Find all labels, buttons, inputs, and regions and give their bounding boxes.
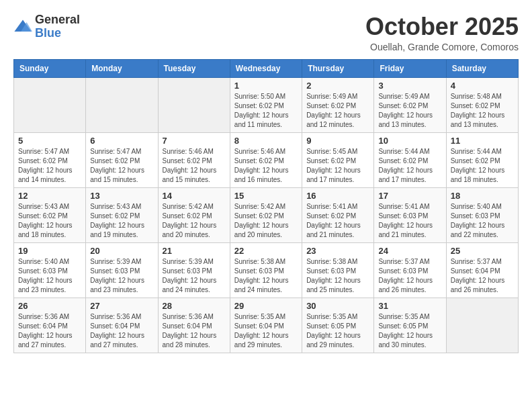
day-info: Sunrise: 5:35 AM Sunset: 6:04 PM Dayligh… [234,312,298,350]
day-number: 1 [234,81,298,91]
calendar-cell: 6Sunrise: 5:47 AM Sunset: 6:02 PM Daylig… [86,132,158,187]
day-number: 19 [18,246,81,256]
day-number: 24 [378,246,441,256]
day-number: 27 [90,301,153,311]
day-info: Sunrise: 5:44 AM Sunset: 6:02 PM Dayligh… [451,147,514,185]
day-number: 18 [451,191,514,201]
calendar-week-row: 5Sunrise: 5:47 AM Sunset: 6:02 PM Daylig… [14,132,519,187]
day-header-friday: Friday [374,59,446,77]
day-info: Sunrise: 5:38 AM Sunset: 6:03 PM Dayligh… [234,257,298,295]
day-info: Sunrise: 5:50 AM Sunset: 6:02 PM Dayligh… [234,92,298,130]
day-info: Sunrise: 5:36 AM Sunset: 6:04 PM Dayligh… [163,312,226,350]
calendar-cell: 31Sunrise: 5:35 AM Sunset: 6:05 PM Dayli… [374,298,446,353]
location: Ouellah, Grande Comore, Comoros [365,42,519,52]
calendar-cell: 13Sunrise: 5:43 AM Sunset: 6:02 PM Dayli… [86,187,158,242]
day-info: Sunrise: 5:43 AM Sunset: 6:02 PM Dayligh… [18,202,81,240]
title-area: October 2025 Ouellah, Grande Comore, Com… [365,13,519,52]
day-number: 31 [378,301,441,311]
calendar-cell: 9Sunrise: 5:45 AM Sunset: 6:02 PM Daylig… [302,132,374,187]
day-info: Sunrise: 5:42 AM Sunset: 6:02 PM Dayligh… [163,202,226,240]
calendar-cell: 18Sunrise: 5:40 AM Sunset: 6:03 PM Dayli… [446,187,518,242]
day-number: 11 [451,136,514,146]
day-info: Sunrise: 5:39 AM Sunset: 6:03 PM Dayligh… [90,257,153,295]
day-number: 26 [18,301,81,311]
calendar-cell: 2Sunrise: 5:49 AM Sunset: 6:02 PM Daylig… [302,77,374,132]
calendar-cell: 12Sunrise: 5:43 AM Sunset: 6:02 PM Dayli… [14,187,86,242]
day-info: Sunrise: 5:47 AM Sunset: 6:02 PM Dayligh… [90,147,153,185]
calendar-cell: 15Sunrise: 5:42 AM Sunset: 6:02 PM Dayli… [230,187,302,242]
logo-icon [13,17,32,36]
day-number: 22 [234,246,298,256]
day-info: Sunrise: 5:37 AM Sunset: 6:03 PM Dayligh… [378,257,441,295]
day-info: Sunrise: 5:42 AM Sunset: 6:02 PM Dayligh… [234,202,298,240]
page-header: General Blue October 2025 Ouellah, Grand… [13,13,519,52]
day-number: 2 [306,81,369,91]
day-number: 8 [234,136,298,146]
day-number: 9 [306,136,369,146]
day-info: Sunrise: 5:49 AM Sunset: 6:02 PM Dayligh… [378,92,441,130]
day-header-monday: Monday [86,59,158,77]
day-number: 29 [234,301,298,311]
calendar-cell: 22Sunrise: 5:38 AM Sunset: 6:03 PM Dayli… [230,242,302,298]
day-header-tuesday: Tuesday [158,59,230,77]
day-info: Sunrise: 5:37 AM Sunset: 6:04 PM Dayligh… [451,257,514,295]
day-info: Sunrise: 5:35 AM Sunset: 6:05 PM Dayligh… [306,312,369,350]
day-info: Sunrise: 5:38 AM Sunset: 6:03 PM Dayligh… [306,257,369,295]
day-number: 14 [163,191,226,201]
logo: General Blue [13,13,80,40]
day-number: 6 [90,136,153,146]
calendar-header-row: SundayMondayTuesdayWednesdayThursdayFrid… [14,59,519,77]
calendar-cell: 29Sunrise: 5:35 AM Sunset: 6:04 PM Dayli… [230,298,302,353]
calendar-cell: 5Sunrise: 5:47 AM Sunset: 6:02 PM Daylig… [14,132,86,187]
calendar-cell [158,77,230,132]
day-info: Sunrise: 5:40 AM Sunset: 6:03 PM Dayligh… [451,202,514,240]
day-number: 17 [378,191,441,201]
day-info: Sunrise: 5:41 AM Sunset: 6:03 PM Dayligh… [378,202,441,240]
calendar-cell [86,77,158,132]
day-info: Sunrise: 5:48 AM Sunset: 6:02 PM Dayligh… [451,92,514,130]
calendar-cell [446,298,518,353]
calendar-cell: 14Sunrise: 5:42 AM Sunset: 6:02 PM Dayli… [158,187,230,242]
day-info: Sunrise: 5:44 AM Sunset: 6:02 PM Dayligh… [378,147,441,185]
calendar-cell: 19Sunrise: 5:40 AM Sunset: 6:03 PM Dayli… [14,242,86,298]
calendar-cell: 11Sunrise: 5:44 AM Sunset: 6:02 PM Dayli… [446,132,518,187]
calendar-cell: 20Sunrise: 5:39 AM Sunset: 6:03 PM Dayli… [86,242,158,298]
day-number: 28 [163,301,226,311]
calendar-week-row: 1Sunrise: 5:50 AM Sunset: 6:02 PM Daylig… [14,77,519,132]
day-number: 30 [306,301,369,311]
day-info: Sunrise: 5:43 AM Sunset: 6:02 PM Dayligh… [90,202,153,240]
calendar-week-row: 19Sunrise: 5:40 AM Sunset: 6:03 PM Dayli… [14,242,519,298]
day-number: 20 [90,246,153,256]
calendar-cell: 25Sunrise: 5:37 AM Sunset: 6:04 PM Dayli… [446,242,518,298]
day-number: 16 [306,191,369,201]
calendar-cell: 28Sunrise: 5:36 AM Sunset: 6:04 PM Dayli… [158,298,230,353]
calendar-week-row: 12Sunrise: 5:43 AM Sunset: 6:02 PM Dayli… [14,187,519,242]
day-header-sunday: Sunday [14,59,86,77]
day-info: Sunrise: 5:36 AM Sunset: 6:04 PM Dayligh… [90,312,153,350]
day-info: Sunrise: 5:45 AM Sunset: 6:02 PM Dayligh… [306,147,369,185]
day-header-saturday: Saturday [446,59,518,77]
day-number: 5 [18,136,81,146]
logo-general: General [35,13,80,26]
calendar-table: SundayMondayTuesdayWednesdayThursdayFrid… [13,59,519,353]
calendar-cell: 16Sunrise: 5:41 AM Sunset: 6:02 PM Dayli… [302,187,374,242]
calendar-cell: 21Sunrise: 5:39 AM Sunset: 6:03 PM Dayli… [158,242,230,298]
calendar-cell: 1Sunrise: 5:50 AM Sunset: 6:02 PM Daylig… [230,77,302,132]
day-number: 25 [451,246,514,256]
day-number: 12 [18,191,81,201]
day-info: Sunrise: 5:47 AM Sunset: 6:02 PM Dayligh… [18,147,81,185]
day-number: 7 [163,136,226,146]
day-number: 15 [234,191,298,201]
day-number: 21 [163,246,226,256]
day-info: Sunrise: 5:41 AM Sunset: 6:02 PM Dayligh… [306,202,369,240]
calendar-cell: 10Sunrise: 5:44 AM Sunset: 6:02 PM Dayli… [374,132,446,187]
calendar-cell: 26Sunrise: 5:36 AM Sunset: 6:04 PM Dayli… [14,298,86,353]
calendar-cell: 17Sunrise: 5:41 AM Sunset: 6:03 PM Dayli… [374,187,446,242]
calendar-cell: 27Sunrise: 5:36 AM Sunset: 6:04 PM Dayli… [86,298,158,353]
calendar-cell: 23Sunrise: 5:38 AM Sunset: 6:03 PM Dayli… [302,242,374,298]
month-title: October 2025 [365,13,519,40]
calendar-cell: 30Sunrise: 5:35 AM Sunset: 6:05 PM Dayli… [302,298,374,353]
day-number: 3 [378,81,441,91]
calendar-cell [14,77,86,132]
day-info: Sunrise: 5:40 AM Sunset: 6:03 PM Dayligh… [18,257,81,295]
